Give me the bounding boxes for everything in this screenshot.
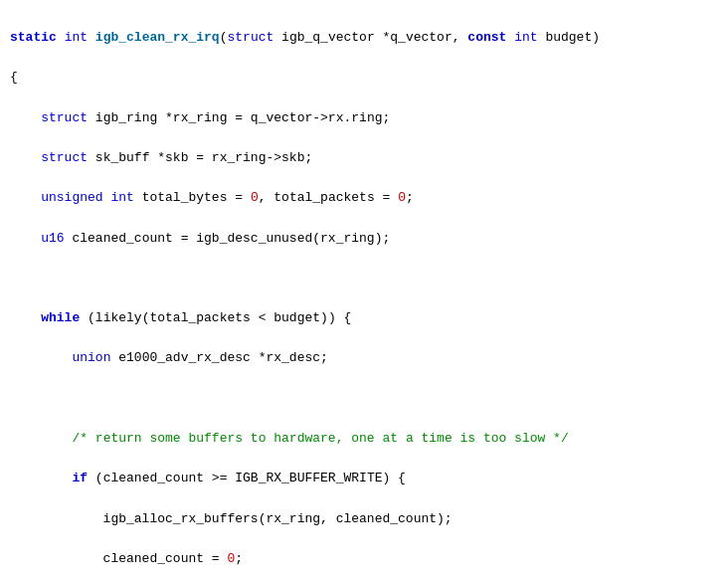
line-blank1 bbox=[10, 269, 718, 289]
line-while: while (likely(total_packets < budget)) { bbox=[10, 308, 718, 328]
line-signature: static int igb_clean_rx_irq(struct igb_q… bbox=[10, 28, 718, 48]
line-comment1: /* return some buffers to hardware, one … bbox=[10, 429, 718, 449]
line-if1: if (cleaned_count >= IGB_RX_BUFFER_WRITE… bbox=[10, 469, 718, 488]
line-open-brace: { bbox=[10, 68, 718, 88]
line-2: struct sk_buff *skb = rx_ring->skb; bbox=[10, 148, 718, 168]
line-6: igb_alloc_rx_buffers(rx_ring, cleaned_co… bbox=[10, 509, 718, 529]
line-1: struct igb_ring *rx_ring = q_vector->rx.… bbox=[10, 108, 718, 128]
line-7: cleaned_count = 0; bbox=[10, 549, 718, 569]
line-3: unsigned int total_bytes = 0, total_pack… bbox=[10, 188, 718, 208]
code-display: static int igb_clean_rx_irq(struct igb_q… bbox=[10, 8, 718, 579]
line-5: union e1000_adv_rx_desc *rx_desc; bbox=[10, 348, 718, 368]
line-blank2 bbox=[10, 389, 718, 409]
line-4: u16 cleaned_count = igb_desc_unused(rx_r… bbox=[10, 229, 718, 249]
